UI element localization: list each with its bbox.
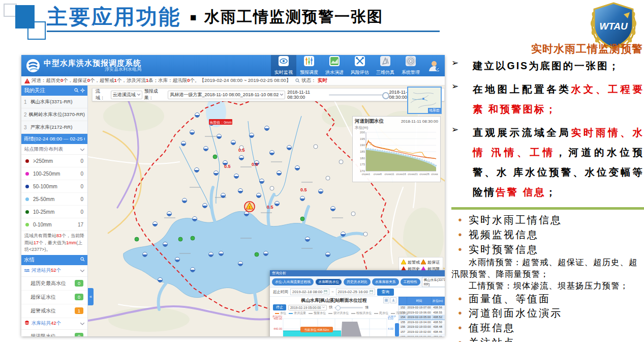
reservoir-marker[interactable] <box>257 193 261 198</box>
rain-distribution-row[interactable]: 站点降雨分布列表 <box>21 144 87 155</box>
rain-gauge-marker[interactable] <box>300 217 304 221</box>
reservoir-marker[interactable] <box>219 251 224 256</box>
focus-item[interactable]: 1枫山水库(3371-RR) <box>21 96 87 108</box>
date-from-input[interactable]: 2019-02-18 08:00 <box>290 289 329 295</box>
reservoir-marker[interactable] <box>182 198 187 203</box>
reservoir-marker[interactable] <box>231 140 236 145</box>
popup-tab-水位-入出库流量过程线[interactable]: 水位-入出库流量过程线 <box>272 278 314 286</box>
rain-level-row[interactable]: 10-25mm0 <box>21 206 87 218</box>
water-item-row[interactable]: 超警戒水位1 <box>21 304 87 318</box>
popup-search-box[interactable]: 枫山水库(3371-RR) <box>422 277 445 287</box>
reservoir-marker[interactable] <box>143 252 147 257</box>
reservoir-marker[interactable] <box>275 202 280 206</box>
reservoir-marker[interactable] <box>209 252 213 257</box>
reservoir-marker[interactable] <box>250 133 254 138</box>
water-item-row[interactable]: 超汛限水位0 <box>21 330 87 337</box>
speed-slider[interactable] <box>334 307 363 308</box>
nav-item-洪水演进[interactable]: 洪水演进 <box>322 55 347 76</box>
table-row[interactable]: 1582019-02-19 01:00438.41--↑ <box>399 334 445 336</box>
download-icon[interactable] <box>390 297 396 303</box>
popup-tab-历史洪水对比[interactable]: 历史洪水对比 <box>344 278 371 286</box>
nav-item-预报调度[interactable]: 预报调度 <box>296 55 322 76</box>
reservoir-marker[interactable] <box>238 262 243 266</box>
basin-select[interactable]: 云港溪流域 <box>111 91 142 99</box>
reservoir-marker[interactable] <box>244 212 249 216</box>
minimap[interactable]: 地形图 <box>407 87 442 114</box>
reservoir-marker[interactable] <box>190 130 195 135</box>
rain-level-row[interactable]: >250mm0 <box>21 155 87 167</box>
map-area[interactable]: 0.50.50.50.50.5!当前值：0mm 流域： 云港溪流域 预报成果： … <box>88 86 445 336</box>
reservoir-marker[interactable] <box>287 146 292 150</box>
station-marker[interactable] <box>351 212 355 216</box>
popup-tab-工程特性[interactable]: 工程特性 <box>401 278 420 286</box>
time-slider-knob[interactable] <box>382 92 389 99</box>
focus-item[interactable]: 3严家水库(2172-RR) <box>21 121 87 134</box>
alert-marker[interactable]: ! <box>244 202 255 212</box>
station-marker[interactable] <box>339 160 343 164</box>
reservoir-marker[interactable] <box>153 222 158 226</box>
station-marker[interactable] <box>314 145 318 149</box>
search-icon[interactable] <box>74 88 79 94</box>
reservoir-marker[interactable] <box>217 134 222 139</box>
popup-titlebar[interactable]: 查询分析 ○ ✕ <box>270 270 445 276</box>
nav-item-风险评估[interactable]: 风险评估 <box>347 55 373 76</box>
nav-item-实时监视[interactable]: 实时监视 <box>271 55 296 76</box>
time-select[interactable]: 2019-02-19 05:00:00 <box>288 305 327 310</box>
reservoir-marker[interactable] <box>203 204 207 208</box>
reservoir-marker[interactable] <box>158 278 163 282</box>
water-level-table[interactable]: 时间水位(m)入库(m³/s)出库(m³/s)水势1522019-02-19 0… <box>398 297 445 336</box>
reservoir-marker[interactable] <box>221 193 226 198</box>
reservoir-marker[interactable] <box>300 196 305 201</box>
reservoir-marker[interactable] <box>260 179 264 184</box>
station-marker[interactable] <box>270 186 274 190</box>
reservoir-marker[interactable] <box>238 189 243 193</box>
speed-slider-knob[interactable] <box>335 305 341 310</box>
popup-tab-水库断面水位[interactable]: 水库断面水位 <box>315 278 342 286</box>
nav-item-三维仿真[interactable]: 三维仿真 <box>373 55 398 76</box>
table-row[interactable]: 1572019-02-19 02:00438.46--↑ <box>399 329 445 334</box>
rain-gauge-marker[interactable] <box>135 237 139 241</box>
user-avatar[interactable] <box>423 59 445 72</box>
station-marker[interactable] <box>326 176 330 180</box>
table-row[interactable]: 1522019-02-19 07:00438.56--↑ <box>399 305 445 310</box>
reservoir-marker[interactable] <box>195 168 199 173</box>
query-button[interactable]: 查询 <box>377 289 394 296</box>
reservoir-marker[interactable] <box>239 156 244 160</box>
reservoir-marker[interactable] <box>214 171 219 176</box>
reservoir-marker[interactable] <box>319 189 323 194</box>
station-marker[interactable] <box>363 232 367 236</box>
rain-gauge-marker[interactable] <box>213 155 217 159</box>
sidebar-collapse-tab[interactable]: « <box>88 288 94 305</box>
reservoir-marker[interactable] <box>326 252 330 257</box>
reservoir-marker[interactable] <box>195 113 200 118</box>
reservoir-marker[interactable] <box>163 242 168 247</box>
reservoir-marker[interactable] <box>204 147 208 151</box>
chart-side-tab[interactable] <box>395 323 399 336</box>
reservoir-marker[interactable] <box>264 251 268 256</box>
reservoir-marker[interactable] <box>193 217 197 221</box>
reservoir-marker[interactable] <box>175 258 180 262</box>
minimap-layer-label[interactable]: 地形图 <box>428 108 441 113</box>
focus-item[interactable]: 2枫树岭水库水位(3370-RR) <box>21 108 87 121</box>
reservoir-marker[interactable] <box>181 141 186 146</box>
reservoir-marker[interactable] <box>305 237 310 242</box>
magnifier-icon[interactable] <box>295 78 300 83</box>
water-group-header[interactable]: 水库站共42个 <box>21 318 87 330</box>
nav-item-系统管理[interactable]: 系统管理 <box>398 55 423 76</box>
popup-tab-水库库容关系[interactable]: 水库库容关系 <box>372 278 399 286</box>
rain-gauge-marker[interactable] <box>178 237 182 241</box>
rain-gauge-marker[interactable] <box>255 252 259 256</box>
table-row[interactable]: 1552019-02-19 04:00438.50--↑ <box>399 320 445 325</box>
reservoir-marker[interactable] <box>295 166 300 170</box>
water-group-header[interactable]: 河道站共52个 <box>21 265 87 277</box>
table-view-icon[interactable] <box>383 297 389 303</box>
forecast-select[interactable]: 凤林港一级方案_2018-11-10 08:00_2018-11-10 08:0… <box>168 91 285 99</box>
reservoir-marker[interactable] <box>341 232 346 237</box>
table-row[interactable]: 1562019-02-19 03:00438.48--↑ <box>399 325 445 330</box>
reservoir-marker[interactable] <box>270 151 274 155</box>
reservoir-marker[interactable] <box>234 174 239 179</box>
rain-level-row[interactable]: 0-10mm17 <box>21 218 87 231</box>
date-to-input[interactable]: 2019-02-25 16:00 <box>336 289 375 295</box>
rain-level-row[interactable]: 50-100mm0 <box>21 180 87 193</box>
reservoir-marker[interactable] <box>331 207 335 211</box>
